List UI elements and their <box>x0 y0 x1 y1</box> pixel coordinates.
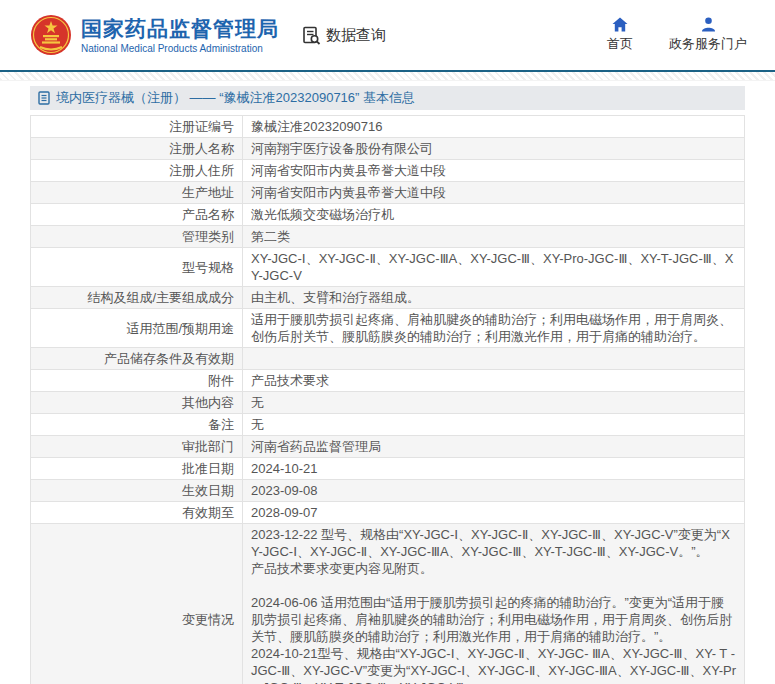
table-row: 注册证编号豫械注准20232090716 <box>31 116 745 138</box>
table-row: 有效期至2028-09-07 <box>31 502 745 524</box>
nav-gov-portal-label: 政务服务门户 <box>669 35 747 53</box>
home-icon <box>612 17 628 32</box>
main-content: 境内医疗器械（注册） —— “豫械注准20232090716” 基本信息 注册证… <box>30 86 745 684</box>
table-row: 管理类别第二类 <box>31 226 745 248</box>
table-row: 注册人名称河南翔宇医疗设备股份有限公司 <box>31 138 745 160</box>
field-label: 产品储存条件及有效期 <box>31 348 243 370</box>
table-row: 型号规格XY-JGC-Ⅰ、XY-JGC-Ⅱ、XY-JGC-ⅢA、XY-JGC-Ⅲ… <box>31 248 745 287</box>
field-value: 无 <box>243 392 745 414</box>
field-value: 由主机、支臂和治疗器组成。 <box>243 287 745 309</box>
user-icon <box>701 17 716 32</box>
field-label: 有效期至 <box>31 502 243 524</box>
site-header: 国家药品监督管理局 National Medical Products Admi… <box>0 0 775 70</box>
nav-item-home[interactable]: 首页 <box>607 17 633 53</box>
field-label: 适用范围/预期用途 <box>31 309 243 348</box>
field-value: 无 <box>243 414 745 436</box>
registration-info-table: 注册证编号豫械注准20232090716 注册人名称河南翔宇医疗设备股份有限公司… <box>30 115 745 684</box>
table-row: 适用范围/预期用途适用于腰肌劳损引起疼痛、肩袖肌腱炎的辅助治疗；利用电磁场作用，… <box>31 309 745 348</box>
table-row-change-history: 变更情况2023-12-22 型号、规格由“XY-JGC-Ⅰ、XY-JGC-Ⅱ、… <box>31 524 745 684</box>
national-emblem-icon <box>30 14 72 56</box>
field-label: 注册证编号 <box>31 116 243 138</box>
table-row: 生效日期2023-09-08 <box>31 480 745 502</box>
document-icon <box>38 91 50 105</box>
page-title-bar: 境内医疗器械（注册） —— “豫械注准20232090716” 基本信息 <box>30 86 745 110</box>
table-row: 批准日期2024-10-21 <box>31 458 745 480</box>
field-label: 注册人住所 <box>31 160 243 182</box>
field-value: 2023-09-08 <box>243 480 745 502</box>
field-value: 河南省安阳市内黄县帝誉大道中段 <box>243 182 745 204</box>
field-value: 河南省药品监督管理局 <box>243 436 745 458</box>
field-value: 激光低频交变磁场治疗机 <box>243 204 745 226</box>
field-value <box>243 348 745 370</box>
data-query-label: 数据查询 <box>326 26 386 45</box>
field-label: 结构及组成/主要组成成分 <box>31 287 243 309</box>
field-value: 产品技术要求 <box>243 370 745 392</box>
field-label: 审批部门 <box>31 436 243 458</box>
nav-item-gov-portal[interactable]: 政务服务门户 <box>669 17 747 53</box>
field-label: 批准日期 <box>31 458 243 480</box>
field-value: 第二类 <box>243 226 745 248</box>
site-title-en: National Medical Products Administration <box>81 43 279 54</box>
nav-home-label: 首页 <box>607 35 633 53</box>
field-label: 备注 <box>31 414 243 436</box>
field-value: 2028-09-07 <box>243 502 745 524</box>
nmpa-logo[interactable]: 国家药品监督管理局 National Medical Products Admi… <box>30 14 279 56</box>
table-row: 审批部门河南省药品监督管理局 <box>31 436 745 458</box>
table-row: 产品名称激光低频交变磁场治疗机 <box>31 204 745 226</box>
field-value: 适用于腰肌劳损引起疼痛、肩袖肌腱炎的辅助治疗；利用电磁场作用，用于肩周炎、创伤后… <box>243 309 745 348</box>
field-value: 2024-10-21 <box>243 458 745 480</box>
page-title: 境内医疗器械（注册） —— “豫械注准20232090716” 基本信息 <box>56 89 415 107</box>
field-label: 生产地址 <box>31 182 243 204</box>
header-nav: 首页 政务服务门户 <box>607 17 747 53</box>
table-row: 注册人住所河南省安阳市内黄县帝誉大道中段 <box>31 160 745 182</box>
field-value: 河南翔宇医疗设备股份有限公司 <box>243 138 745 160</box>
field-value: XY-JGC-Ⅰ、XY-JGC-Ⅱ、XY-JGC-ⅢA、XY-JGC-Ⅲ、XY-… <box>243 248 745 287</box>
table-row: 其他内容无 <box>31 392 745 414</box>
field-value-change-history: 2023-12-22 型号、规格由“XY-JGC-Ⅰ、XY-JGC-Ⅱ、XY-J… <box>243 524 745 684</box>
field-label: 生效日期 <box>31 480 243 502</box>
table-row: 生产地址河南省安阳市内黄县帝誉大道中段 <box>31 182 745 204</box>
table-row: 产品储存条件及有效期 <box>31 348 745 370</box>
field-value: 豫械注准20232090716 <box>243 116 745 138</box>
field-label: 注册人名称 <box>31 138 243 160</box>
field-value: 河南省安阳市内黄县帝誉大道中段 <box>243 160 745 182</box>
site-title-cn: 国家药品监督管理局 <box>81 17 279 41</box>
field-label: 其他内容 <box>31 392 243 414</box>
field-label: 产品名称 <box>31 204 243 226</box>
field-label: 管理类别 <box>31 226 243 248</box>
hatched-strip <box>0 72 775 81</box>
field-label: 型号规格 <box>31 248 243 287</box>
table-row: 备注无 <box>31 414 745 436</box>
data-query-icon <box>301 25 322 46</box>
table-row: 结构及组成/主要组成成分由主机、支臂和治疗器组成。 <box>31 287 745 309</box>
field-label: 附件 <box>31 370 243 392</box>
field-label: 变更情况 <box>31 524 243 684</box>
table-row: 附件产品技术要求 <box>31 370 745 392</box>
data-query-button[interactable]: 数据查询 <box>301 25 386 46</box>
